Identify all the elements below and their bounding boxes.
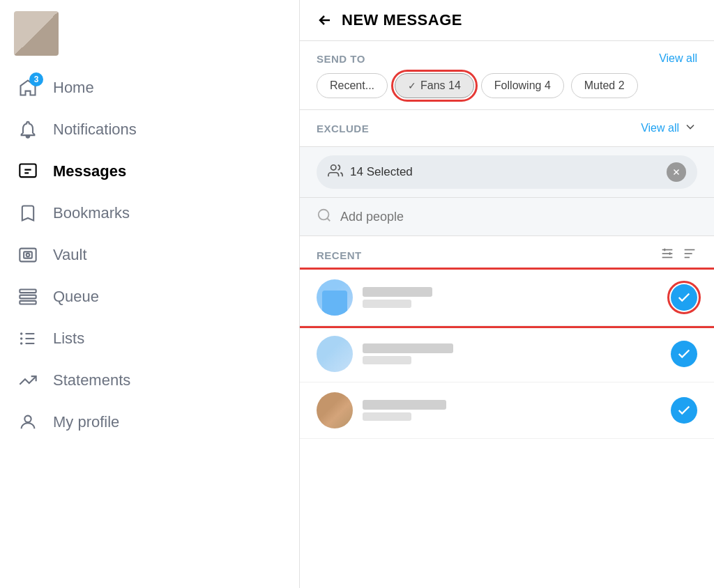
sidebar-item-label-queue: Queue bbox=[53, 288, 99, 306]
sidebar-item-home[interactable]: 3 Home bbox=[0, 67, 299, 109]
exclude-view-all-label: View all bbox=[641, 122, 679, 134]
send-to-section: SEND TO View all Recent... ✓ Fans 14 Fol… bbox=[300, 41, 714, 110]
contact-info bbox=[317, 279, 671, 316]
clear-selected-button[interactable] bbox=[667, 162, 686, 182]
svg-rect-4 bbox=[20, 290, 36, 293]
back-button[interactable] bbox=[317, 12, 333, 29]
send-to-header: SEND TO View all bbox=[317, 52, 697, 65]
contact-row[interactable] bbox=[300, 326, 714, 382]
svg-point-11 bbox=[20, 337, 23, 340]
svg-point-17 bbox=[319, 210, 329, 220]
myprofile-icon bbox=[17, 411, 39, 433]
contact-avatar bbox=[317, 279, 353, 316]
svg-rect-1 bbox=[20, 249, 36, 262]
queue-icon bbox=[17, 286, 39, 308]
contact-name-blur bbox=[363, 343, 453, 353]
notifications-icon bbox=[17, 118, 39, 141]
selected-row: 14 Selected bbox=[317, 155, 697, 189]
add-people-row bbox=[300, 198, 714, 236]
contact-avatar bbox=[317, 336, 353, 372]
svg-rect-6 bbox=[20, 301, 36, 304]
selected-info: 14 Selected bbox=[328, 163, 413, 181]
people-icon bbox=[328, 163, 343, 181]
sort-icon[interactable] bbox=[682, 246, 697, 264]
sidebar-item-label-notifications: Notifications bbox=[53, 121, 137, 139]
exclude-view-all[interactable]: View all bbox=[641, 120, 697, 137]
contact-text bbox=[363, 287, 432, 308]
home-badge: 3 bbox=[29, 72, 43, 86]
contact-check-button[interactable] bbox=[671, 341, 697, 367]
home-icon: 3 bbox=[17, 77, 39, 99]
svg-point-14 bbox=[331, 165, 336, 170]
sidebar-item-myprofile[interactable]: My profile bbox=[0, 401, 299, 443]
exclude-header: EXCLUDE View all bbox=[317, 120, 697, 137]
chevron-down-icon bbox=[683, 120, 697, 137]
recent-header: RECENT bbox=[300, 236, 714, 270]
contact-info bbox=[317, 392, 671, 428]
sidebar-item-label-vault: Vault bbox=[53, 246, 87, 264]
messages-icon bbox=[17, 160, 39, 183]
add-people-input[interactable] bbox=[340, 210, 697, 224]
recent-label: RECENT bbox=[317, 249, 362, 261]
contact-sub-blur bbox=[363, 412, 411, 421]
svg-rect-5 bbox=[20, 295, 36, 299]
recent-icons bbox=[660, 246, 697, 264]
svg-line-18 bbox=[327, 218, 330, 221]
filter-chips: Recent... ✓ Fans 14 Following 4 Muted 2 bbox=[317, 73, 697, 98]
bookmarks-icon bbox=[17, 202, 39, 224]
sidebar-item-lists[interactable]: Lists bbox=[0, 318, 299, 359]
sidebar-item-label-myprofile: My profile bbox=[53, 413, 119, 431]
contact-row[interactable] bbox=[300, 382, 714, 439]
page-title: NEW MESSAGE bbox=[342, 11, 462, 29]
sidebar-item-queue[interactable]: Queue bbox=[0, 276, 299, 318]
sidebar-item-label-messages: Messages bbox=[53, 162, 126, 180]
exclude-label: EXCLUDE bbox=[317, 123, 369, 134]
send-to-label: SEND TO bbox=[317, 53, 365, 65]
sidebar-item-statements[interactable]: Statements bbox=[0, 359, 299, 401]
statements-icon bbox=[17, 369, 39, 392]
exclude-section: EXCLUDE View all bbox=[300, 110, 714, 147]
contact-sub-blur bbox=[363, 300, 411, 308]
contact-text bbox=[363, 400, 446, 421]
chip-following[interactable]: Following 4 bbox=[481, 73, 564, 98]
sidebar-item-label-statements: Statements bbox=[53, 371, 130, 389]
contact-avatar bbox=[317, 392, 353, 428]
sidebar-item-label-home: Home bbox=[53, 79, 94, 97]
sidebar-item-label-bookmarks: Bookmarks bbox=[53, 204, 130, 222]
send-to-view-all[interactable]: View all bbox=[659, 52, 697, 65]
vault-icon bbox=[17, 244, 39, 266]
contact-check-button[interactable] bbox=[671, 284, 697, 311]
sidebar-item-notifications[interactable]: Notifications bbox=[0, 109, 299, 150]
main-header: NEW MESSAGE bbox=[300, 0, 714, 41]
checkmark-icon: ✓ bbox=[408, 80, 416, 91]
svg-point-12 bbox=[20, 342, 23, 345]
recent-section: RECENT bbox=[300, 236, 714, 588]
contact-name-blur bbox=[363, 287, 432, 297]
svg-point-10 bbox=[20, 332, 23, 335]
sidebar: 3 Home Notifications Messages bbox=[0, 0, 300, 588]
contact-row[interactable] bbox=[300, 270, 714, 326]
contact-sub-blur bbox=[363, 356, 411, 364]
contact-text bbox=[363, 343, 453, 364]
svg-rect-0 bbox=[20, 164, 36, 178]
sidebar-item-vault[interactable]: Vault bbox=[0, 234, 299, 276]
main-content: NEW MESSAGE SEND TO View all Recent... ✓… bbox=[300, 0, 714, 588]
search-icon bbox=[317, 208, 332, 226]
chip-muted[interactable]: Muted 2 bbox=[571, 73, 638, 98]
chip-recent[interactable]: Recent... bbox=[317, 73, 388, 98]
svg-point-3 bbox=[26, 254, 30, 257]
avatar[interactable] bbox=[14, 11, 59, 56]
svg-point-13 bbox=[24, 416, 31, 422]
filter-icon[interactable] bbox=[660, 246, 675, 264]
selected-section: 14 Selected bbox=[300, 147, 714, 198]
contact-name-blur bbox=[363, 400, 446, 410]
contact-check-button[interactable] bbox=[671, 397, 697, 424]
sidebar-item-label-lists: Lists bbox=[53, 330, 84, 348]
sidebar-item-bookmarks[interactable]: Bookmarks bbox=[0, 192, 299, 234]
sidebar-nav: 3 Home Notifications Messages bbox=[0, 61, 299, 588]
sidebar-item-messages[interactable]: Messages bbox=[0, 150, 299, 192]
lists-icon bbox=[17, 327, 39, 350]
contact-info bbox=[317, 336, 671, 372]
chip-fans[interactable]: ✓ Fans 14 bbox=[395, 73, 474, 98]
selected-count-text: 14 Selected bbox=[350, 165, 413, 179]
